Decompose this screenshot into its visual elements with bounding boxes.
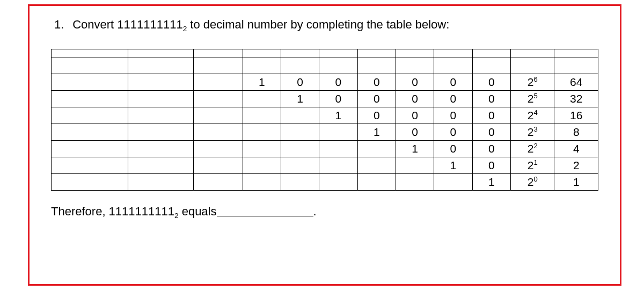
table-cell [128,157,193,174]
table-row [52,57,598,74]
table-cell [434,57,472,74]
table-cell [357,49,396,57]
table-cell [554,49,598,57]
table-cell: 23 [510,124,554,141]
table-cell: 4 [554,141,598,157]
question-text: 1. Convert 11111111112 to decimal number… [54,18,598,32]
table-cell [281,49,319,57]
table-cell: 8 [554,124,598,141]
table-cell [243,57,281,74]
answer-blank [217,216,313,216]
table-cell [243,141,281,157]
table-cell [52,49,128,57]
table-cell [357,141,396,157]
table-cell: 0 [396,74,434,91]
table-cell [193,157,243,174]
table-cell: 0 [472,107,510,124]
table-cell [396,57,434,74]
table-cell: 0 [472,91,510,107]
table-cell [193,107,243,124]
conclusion-text: Therefore, 11111111112 equals. [51,205,598,219]
table-cell: 0 [434,141,472,157]
table-cell [357,57,396,74]
table-cell [243,107,281,124]
table-row [52,49,598,57]
table-cell: 1 [554,174,598,191]
table-cell [193,124,243,141]
table-cell: 1 [472,174,510,191]
table-cell: 0 [472,74,510,91]
table-cell [510,57,554,74]
table-cell [128,91,193,107]
table-cell [243,174,281,191]
table-cell: 0 [319,74,357,91]
question-body: Convert 11111111112 to decimal number by… [72,18,449,31]
table-cell: 21 [510,157,554,174]
table-cell [52,74,128,91]
table-cell: 64 [554,74,598,91]
table-cell [128,49,193,57]
table-cell [193,91,243,107]
table-row: 1201 [52,174,598,191]
table-cell: 20 [510,174,554,191]
question-frame: 1. Convert 11111111112 to decimal number… [28,4,621,286]
table-cell [52,141,128,157]
table-cell [243,91,281,107]
table-cell [281,124,319,141]
table-cell [128,124,193,141]
table-cell [128,74,193,91]
table-cell: 0 [319,91,357,107]
table-cell [319,157,357,174]
table-cell [281,57,319,74]
table-row: 1000002532 [52,91,598,107]
question-number: 1. [54,18,69,32]
table-cell: 0 [396,91,434,107]
table-cell [52,174,128,191]
table-cell: 0 [281,74,319,91]
table-cell [281,141,319,157]
table-cell: 26 [510,74,554,91]
table-cell: 0 [434,91,472,107]
table-cell [128,57,193,74]
table-row: 100224 [52,141,598,157]
table-cell: 0 [396,124,434,141]
table-cell [434,49,472,57]
table-cell: 1 [319,107,357,124]
table-cell: 0 [396,107,434,124]
table-cell: 1 [357,124,396,141]
table-cell: 25 [510,91,554,107]
table-cell: 0 [472,157,510,174]
table-cell: 32 [554,91,598,107]
table-row: 10000002664 [52,74,598,91]
table-cell: 0 [434,124,472,141]
table-cell [357,157,396,174]
table-cell [52,57,128,74]
table-cell [52,91,128,107]
table-cell [281,174,319,191]
table-cell: 16 [554,107,598,124]
table-cell [52,124,128,141]
table-cell: 22 [510,141,554,157]
table-cell: 24 [510,107,554,124]
table-cell: 0 [472,124,510,141]
table-cell [128,174,193,191]
table-cell [281,107,319,124]
table-cell [472,49,510,57]
table-cell [243,124,281,141]
table-cell [472,57,510,74]
table-row: 100002416 [52,107,598,124]
table-cell [193,74,243,91]
table-cell [510,49,554,57]
table-cell [357,174,396,191]
table-cell: 0 [434,74,472,91]
table-cell [52,157,128,174]
table-cell [434,174,472,191]
table-cell [193,174,243,191]
table-row: 1000238 [52,124,598,141]
table-cell: 0 [472,141,510,157]
table-cell [243,157,281,174]
table-cell: 1 [434,157,472,174]
table-cell: 1 [281,91,319,107]
table-cell: 0 [434,107,472,124]
table-cell [52,107,128,124]
